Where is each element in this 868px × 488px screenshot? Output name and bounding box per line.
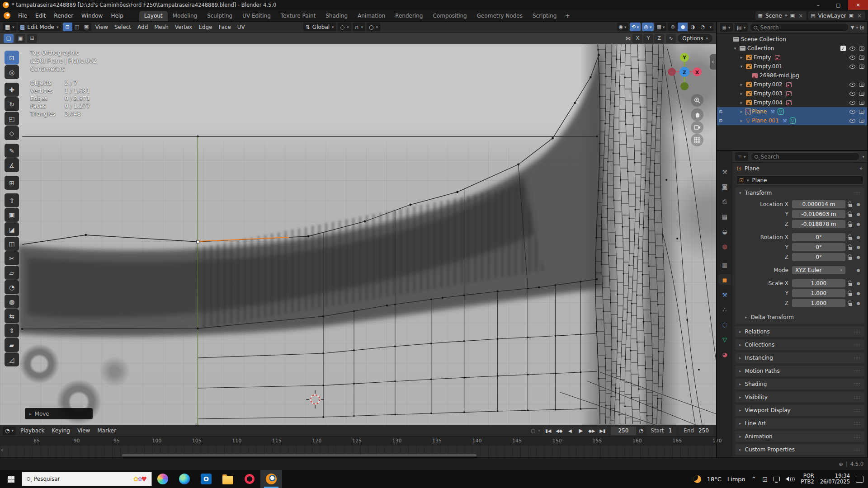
viewport-menu-uv[interactable]: UV (234, 24, 248, 30)
taskbar-explorer-button[interactable] (217, 470, 239, 488)
value-field[interactable]: -0.010603 m (792, 210, 845, 218)
unlink-scene-icon[interactable]: × (797, 13, 804, 19)
panel-instancing[interactable]: ▸Instancing∷∷ (735, 352, 864, 363)
close-button[interactable]: ✕ (848, 0, 868, 10)
navigation-gizmo[interactable]: Y Z X (662, 48, 707, 183)
properties-editor-type[interactable]: ≡ ▾ (735, 152, 748, 161)
panel-line-art[interactable]: ▸Line Art∷∷ (735, 418, 864, 429)
temperature[interactable]: 18°C (707, 476, 722, 483)
disable-render-camera-icon[interactable] (859, 56, 864, 60)
tool-smooth[interactable]: ◍ (5, 295, 19, 309)
taskbar-blender-button[interactable] (260, 470, 282, 488)
vertex-select-icon[interactable]: ⊡ (63, 23, 72, 31)
play-reverse-button[interactable]: ◀ (565, 427, 576, 435)
viewport-menu-add[interactable]: Add (134, 24, 151, 30)
pivot-dropdown[interactable]: ◌ ▾ (338, 23, 351, 31)
value-field[interactable]: 1.000 (792, 289, 845, 297)
panel-motion-paths[interactable]: ▸Motion Paths∷∷ (735, 366, 864, 376)
perspective-toggle-button[interactable] (691, 134, 703, 146)
minimize-button[interactable]: – (808, 0, 828, 10)
viewlayer-selector[interactable]: ▤ ViewLayer ▣ × (808, 11, 865, 20)
viewport-menu-edge[interactable]: Edge (195, 24, 215, 30)
options-dropdown[interactable]: Options ▾ (678, 34, 712, 43)
pin-icon[interactable]: ⌖ (859, 165, 863, 172)
properties-tab-tool[interactable]: ⚒ (718, 166, 731, 177)
next-keyframe-button[interactable]: ◆▶ (586, 427, 597, 435)
tree-row-plane[interactable]: ⊡▸▽Plane⚒▽ (717, 107, 867, 116)
hide-eye-icon[interactable] (849, 110, 855, 114)
outliner-filter-dropdown[interactable]: ▤ ▾ (735, 23, 748, 32)
wireframe-shading-icon[interactable]: ⊕ (668, 23, 678, 31)
properties-tab-modifiers[interactable]: ⚒ (718, 289, 731, 300)
panel-visibility[interactable]: ▸Visibility∷∷ (735, 392, 864, 403)
new-viewlayer-icon[interactable]: ▣ (849, 13, 854, 19)
menu-file[interactable]: File (14, 10, 31, 21)
disable-render-camera-icon[interactable] (859, 110, 864, 114)
tree-row-plane-001[interactable]: ⊡▸▽Plane.001⚒▽ (717, 116, 867, 125)
lock-icon[interactable] (849, 293, 852, 296)
properties-search-input[interactable]: Search (750, 152, 860, 161)
lock-icon[interactable] (849, 247, 852, 250)
tool-transform[interactable]: ◇ (5, 126, 19, 140)
panel-shading[interactable]: ▸Shading∷∷ (735, 379, 864, 389)
tool-bevel[interactable]: ◪ (5, 222, 19, 236)
mirror-axis-y[interactable]: Y (643, 34, 653, 43)
stopwatch-icon[interactable]: ◔ (639, 427, 643, 434)
value-field[interactable]: 1.000 (792, 279, 845, 287)
timeline-ruler[interactable]: 8590951001051101151201251301351401451501… (0, 436, 716, 446)
new-collection-icon[interactable]: ⊞ (860, 24, 864, 31)
maximize-button[interactable]: ▢ (828, 0, 848, 10)
cast-icon[interactable]: ◲ (762, 476, 767, 482)
timeline-editor-type-button[interactable]: ◔ ▾ (3, 427, 16, 435)
menu-edit[interactable]: Edit (31, 10, 50, 21)
zoom-button[interactable] (691, 94, 703, 107)
properties-tab-material[interactable]: ◕ (718, 349, 731, 360)
new-scene-icon[interactable]: ▣ (790, 13, 795, 19)
tree-row-empty-003[interactable]: ▸Empty.003 (717, 89, 867, 98)
proportional-dropdown[interactable]: ○ ▾ (367, 23, 380, 31)
properties-tab-view-layer[interactable]: ▤ (718, 211, 731, 222)
animate-dot[interactable]: ● (855, 301, 862, 305)
3d-viewport[interactable]: ⊡◎✚↻◰◇✎∡⊞⇧▣◪◫✂▱◔◍⇆⇕▰◿ Top Orthographic (… (0, 44, 716, 425)
workspace-tab-uv-editing[interactable]: UV Editing (237, 11, 276, 21)
tool-move[interactable]: ✚ (5, 83, 19, 97)
tool-rip-region[interactable]: ◿ (5, 352, 19, 366)
value-field[interactable]: 0° (792, 233, 845, 241)
panel-animation[interactable]: ▸Animation∷∷ (735, 431, 864, 442)
properties-tab-world[interactable]: ◍ (718, 241, 731, 252)
weather-moon-icon[interactable] (693, 475, 701, 483)
tool-cursor[interactable]: ◎ (5, 65, 19, 79)
timeline-scrollbar[interactable] (122, 454, 476, 456)
lock-icon[interactable] (849, 303, 852, 306)
autokey-icon[interactable]: ○ (531, 427, 535, 434)
tool-measure[interactable]: ∡ (5, 158, 19, 172)
solid-shading-icon[interactable]: ● (678, 23, 688, 31)
workspace-tab-sculpting[interactable]: Sculpting (202, 11, 237, 21)
exclude-checkbox[interactable]: ✓ (840, 46, 846, 51)
value-field[interactable]: 1.000 (792, 299, 845, 307)
tool-shrink-fatten[interactable]: ⇕ (5, 324, 19, 338)
taskbar-edge-button[interactable] (174, 470, 195, 488)
snap-dropdown[interactable]: ∩ ▾ (353, 23, 365, 31)
lock-icon[interactable] (849, 237, 852, 240)
tool-inset-faces[interactable]: ▣ (5, 208, 19, 222)
hide-eye-icon[interactable] (849, 65, 855, 69)
edge-select-icon[interactable]: ◫ (72, 23, 82, 31)
animate-dot[interactable]: ● (855, 202, 862, 206)
disable-render-camera-icon[interactable] (859, 47, 864, 51)
animate-dot[interactable]: ● (855, 281, 862, 286)
frame-end-field[interactable]: End250 (679, 427, 713, 435)
taskbar-opera-button[interactable] (239, 470, 260, 488)
viewport-menu-select[interactable]: Select (111, 24, 134, 30)
timeline-menu-keying[interactable]: Keying (48, 427, 74, 434)
animate-dot[interactable]: ● (855, 235, 862, 239)
tool-spin[interactable]: ◔ (5, 280, 19, 294)
xray-toggle[interactable]: ▦ ▾ (655, 23, 667, 31)
timeline-menu-marker[interactable]: Marker (94, 427, 119, 434)
tree-row-empty-004[interactable]: ▸Empty.004 (717, 98, 867, 107)
tool-extrude-region[interactable]: ⇧ (5, 193, 19, 207)
mode-dropdown[interactable]: ▩ Edit Mode ▾ (18, 23, 61, 31)
disable-render-camera-icon[interactable] (859, 83, 864, 87)
properties-tab-object-data[interactable]: ▽ (718, 334, 731, 345)
disable-render-camera-icon[interactable] (859, 101, 864, 105)
